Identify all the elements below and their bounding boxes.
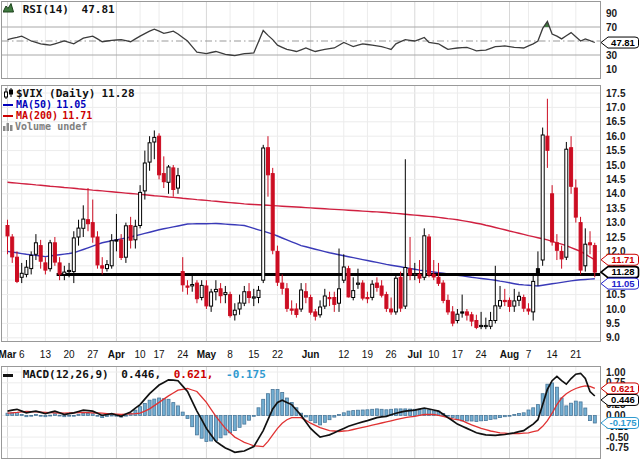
candle	[290, 300, 293, 314]
candle	[361, 280, 364, 300]
day-tick-label: 10	[428, 349, 440, 360]
candle	[555, 234, 558, 260]
axis-tick-label: 30	[606, 50, 618, 61]
rsi-legend: RSI(14) 47.81	[3, 3, 115, 15]
main-legend: $VIX (Daily) 11.28 MA(50) 11.05 MA(200) …	[3, 88, 135, 132]
axis-tick-label: 16.5	[606, 116, 626, 127]
axis-tick-label: -0.50	[606, 432, 629, 443]
rsi-value: 47.81	[82, 3, 115, 16]
candle	[77, 220, 80, 246]
candle	[418, 260, 421, 283]
axis-tick-label: 10.0	[606, 304, 626, 315]
candle	[162, 156, 165, 188]
candle	[219, 283, 222, 303]
axis-tick-label: 10.5	[606, 289, 626, 300]
macd-line-swatch	[3, 374, 13, 377]
macd-legend: MACD(12,26,9) 0.446, 0.621, -0.175	[3, 369, 266, 380]
candle	[446, 295, 449, 315]
candle	[404, 159, 407, 309]
candle	[101, 257, 104, 274]
axis-tick-label: 15.5	[606, 145, 626, 156]
axis-tick-label: 10	[606, 64, 618, 75]
candle	[300, 283, 303, 312]
candle	[129, 217, 132, 249]
candle	[532, 274, 535, 320]
candle	[281, 274, 284, 294]
day-tick-label: 12	[338, 349, 350, 360]
day-tick-label: 13	[40, 349, 52, 360]
day-tick-label: 6	[19, 349, 25, 360]
candle	[167, 165, 170, 194]
candle	[319, 300, 322, 317]
ma200-row: MA(200) 11.71	[3, 110, 135, 121]
day-tick-label: 20	[64, 349, 76, 360]
candle	[342, 254, 345, 283]
month-tick-label: Jun	[302, 349, 320, 360]
candle	[91, 200, 94, 243]
day-tick-label: 17	[452, 349, 464, 360]
day-tick-label: 24	[476, 349, 488, 360]
candle	[153, 130, 156, 159]
candle	[366, 292, 369, 304]
candle	[11, 234, 14, 263]
candle	[371, 280, 374, 300]
ma50-line-swatch	[3, 104, 13, 106]
candle	[181, 257, 184, 292]
candle	[304, 283, 307, 303]
axis-tick-label: 9.0	[606, 332, 620, 343]
candle	[546, 99, 549, 168]
symbol-row: $VIX (Daily) 11.28	[3, 88, 135, 99]
axis-tick-label: 13.0	[606, 217, 626, 228]
candle	[352, 277, 355, 300]
axis-tick-label: 16.0	[606, 131, 626, 142]
candle	[390, 297, 393, 314]
ma50-value: 11.05	[56, 99, 86, 110]
candle	[499, 286, 502, 309]
candle	[357, 269, 360, 289]
callout-value: 0.446	[611, 394, 635, 405]
candle	[238, 295, 241, 315]
candle	[541, 128, 544, 266]
candle	[314, 309, 317, 321]
candle	[200, 280, 203, 300]
day-tick-label: 19	[362, 349, 374, 360]
candle	[570, 136, 573, 194]
candle	[252, 289, 255, 306]
candle	[399, 272, 402, 312]
symbol-value: 11.28	[101, 88, 134, 99]
candle	[513, 289, 516, 312]
candle	[432, 260, 435, 280]
candle	[82, 205, 85, 237]
candle	[470, 312, 473, 326]
macd-plot	[6, 373, 596, 452]
candle	[465, 309, 468, 321]
axis-tick-label: 90	[606, 8, 618, 19]
callout-value: -0.175	[610, 417, 638, 428]
candle	[328, 292, 331, 306]
candle	[461, 295, 464, 318]
day-tick-label: 24	[177, 349, 189, 360]
month-tick-label: Aug	[500, 349, 519, 360]
candle	[428, 234, 431, 277]
candle	[536, 251, 539, 286]
day-tick-label: 17	[154, 349, 166, 360]
candle	[44, 257, 47, 274]
candle	[295, 303, 298, 317]
candle	[248, 283, 251, 303]
month-tick-label: Mar	[0, 349, 16, 360]
macd-label: MACD(12,26,9)	[23, 368, 109, 381]
candle	[87, 188, 90, 231]
day-tick-label: 8	[227, 349, 233, 360]
axis-tick-label: -0.75	[606, 442, 629, 453]
candle	[106, 260, 109, 272]
candle	[58, 257, 61, 280]
month-tick-label: May	[197, 349, 217, 360]
ma200-value: 11.71	[62, 110, 92, 121]
candle	[224, 286, 227, 303]
symbol-label: $VIX (Daily)	[16, 88, 95, 99]
candle	[276, 246, 279, 286]
candle	[409, 237, 412, 280]
candle	[115, 214, 118, 251]
ma200-label: MA(200)	[16, 110, 58, 121]
volume-row: Volume undef	[3, 121, 135, 132]
